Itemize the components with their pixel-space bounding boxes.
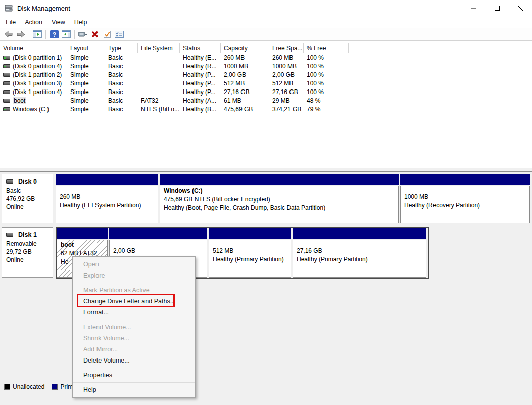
context-menu-item-add-mirror[interactable]: Add Mirror... (73, 344, 195, 355)
menu-separator (73, 368, 195, 368)
volume-icon (3, 107, 10, 111)
partition-color-bar (56, 174, 158, 185)
volume-icon (3, 81, 10, 85)
volume-table-header: Volume Layout Type File System Status Ca… (0, 43, 532, 53)
toolbar-separator (29, 30, 29, 39)
maximize-button[interactable] (486, 0, 509, 16)
column-header-volume[interactable]: Volume (0, 43, 67, 53)
menu-separator (73, 320, 195, 320)
column-header-type[interactable]: Type (105, 43, 138, 53)
context-menu-item-help[interactable]: Help (73, 384, 195, 395)
disk1-info-panel[interactable]: Disk 1 Removable 29,72 GB Online (2, 227, 53, 278)
pane-splitter[interactable] (0, 168, 532, 172)
volume-icon (3, 90, 10, 94)
legend-primary-partition: Prim (52, 383, 73, 390)
volume-icon (3, 99, 10, 103)
check-document-icon[interactable] (101, 29, 113, 40)
menu-view[interactable]: View (47, 17, 70, 27)
partition-27gb[interactable]: 27,16 GB Healthy (Primary Partition) (293, 228, 426, 278)
table-row[interactable]: Windows (C:) Simple Basic NTFS (BitLo...… (0, 105, 532, 113)
column-header-layout[interactable]: Layout (67, 43, 105, 53)
context-menu-item-change-drive-letter[interactable]: Change Drive Letter and Paths... (73, 296, 195, 307)
table-row[interactable]: (Disk 0 partition 4) Simple Basic Health… (0, 62, 532, 70)
partition-efi[interactable]: 260 MB Healthy (EFI System Partition) (56, 174, 158, 223)
table-row[interactable]: (Disk 0 partition 1) Simple Basic Health… (0, 53, 532, 62)
disk0-size: 476,92 GB (6, 195, 50, 203)
disk1-kind: Removable (6, 240, 50, 248)
help-icon[interactable]: ? (48, 29, 60, 40)
partition-recovery[interactable]: 1000 MB Healthy (Recovery Partition) (400, 174, 530, 223)
partition-color-bar (57, 228, 108, 239)
show-action-pane-icon[interactable] (60, 29, 72, 40)
column-header-capacity[interactable]: Capacity (221, 43, 269, 53)
table-row[interactable]: (Disk 1 partition 3) Simple Basic Health… (0, 79, 532, 87)
disk0-info-panel[interactable]: Disk 0 Basic 476,92 GB Online (2, 174, 53, 223)
partition-context-menu: Open Explore Mark Partition as Active Ch… (72, 256, 196, 398)
context-menu-item-open[interactable]: Open (73, 259, 195, 270)
menu-action[interactable]: Action (20, 17, 47, 27)
table-row[interactable]: (Disk 1 partition 4) Simple Basic Health… (0, 87, 532, 96)
table-row[interactable]: (Disk 1 partition 2) Simple Basic Health… (0, 70, 532, 79)
toolbar-separator (45, 30, 46, 39)
volume-icon (3, 64, 10, 68)
menu-bar: File Action View Help (0, 16, 532, 28)
partition-color-bar (209, 228, 291, 239)
disk0-partition-band: 260 MB Healthy (EFI System Partition) Wi… (56, 174, 530, 223)
back-icon[interactable] (3, 29, 15, 40)
volume-icon (3, 73, 10, 77)
show-console-tree-icon[interactable] (31, 29, 43, 40)
disk-management-app-icon (5, 5, 13, 12)
menu-separator (73, 283, 195, 283)
context-menu-item-mark-partition-active[interactable]: Mark Partition as Active (73, 285, 195, 296)
column-header-status[interactable]: Status (180, 43, 221, 53)
menu-file[interactable]: File (1, 17, 20, 27)
menu-help[interactable]: Help (70, 17, 92, 27)
toolbar-separator (74, 30, 75, 39)
primary-partition-swatch (52, 384, 58, 390)
close-button[interactable] (509, 0, 532, 16)
disk-icon (6, 179, 13, 184)
disk0-status: Online (6, 203, 50, 211)
disk-management-window: Disk Management File Action View Help ? … (0, 0, 532, 405)
minimize-button[interactable] (462, 0, 486, 16)
column-header-free-space[interactable]: Free Spa... (269, 43, 304, 53)
title-bar: Disk Management (0, 0, 532, 16)
delete-icon[interactable] (89, 29, 101, 40)
context-menu-item-properties[interactable]: Properties (73, 370, 195, 381)
menu-separator (73, 382, 195, 383)
disk1-size: 29,72 GB (6, 248, 50, 256)
context-menu-item-explore[interactable]: Explore (73, 270, 195, 281)
legend: Unallocated Prim (4, 383, 73, 390)
svg-text:?: ? (52, 31, 56, 38)
table-row-boot-selected[interactable]: boot Simple Basic FAT32 Healthy (A... 61… (0, 96, 532, 105)
partition-color-bar (160, 174, 399, 185)
properties-list-icon[interactable] (113, 29, 125, 40)
partition-color-bar (400, 174, 530, 185)
column-header-filler (349, 43, 532, 53)
unallocated-swatch (4, 384, 10, 390)
disk-icon (6, 233, 13, 237)
window-title: Disk Management (17, 5, 70, 12)
context-menu-item-extend-volume[interactable]: Extend Volume... (73, 322, 195, 333)
disk0-kind: Basic (6, 187, 50, 195)
context-menu-item-shrink-volume[interactable]: Shrink Volume... (73, 333, 195, 344)
partition-color-bar (293, 228, 426, 239)
partition-color-bar (109, 228, 207, 239)
context-menu-item-delete-volume[interactable]: Delete Volume... (73, 355, 195, 366)
toolbar: ? (0, 28, 532, 41)
column-header-pct-free[interactable]: % Free (304, 43, 349, 53)
disk1-status: Online (6, 256, 50, 264)
legend-unallocated: Unallocated (4, 383, 44, 390)
column-header-file-system[interactable]: File System (138, 43, 180, 53)
partition-512mb[interactable]: 512 MB Healthy (Primary Partition) (209, 228, 291, 278)
volume-icon (3, 56, 10, 60)
partition-windows-c[interactable]: Windows (C:) 475,69 GB NTFS (BitLocker E… (160, 174, 399, 223)
console-window-icon[interactable] (77, 29, 89, 40)
forward-icon[interactable] (15, 29, 27, 40)
volume-list-pane: Volume Layout Type File System Status Ca… (0, 41, 532, 168)
context-menu-item-format[interactable]: Format... (73, 307, 195, 318)
